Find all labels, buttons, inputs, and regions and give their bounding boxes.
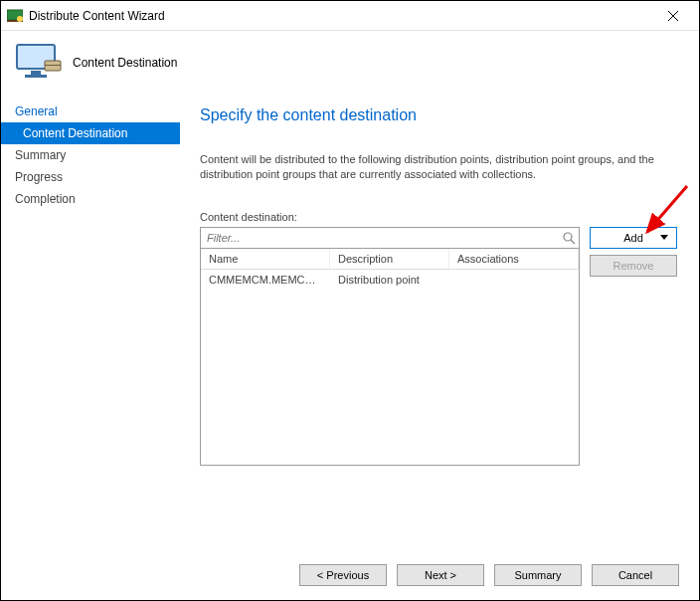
wizard-step-title: Content Destination: [73, 56, 177, 70]
wizard-sidebar: General Content Destination Summary Prog…: [1, 95, 180, 550]
wizard-footer: < Previous Next > Summary Cancel: [1, 550, 699, 600]
svg-rect-6: [31, 71, 41, 75]
grid-header: Name Description Associations: [201, 249, 579, 270]
section-description: Content will be distributed to the follo…: [200, 152, 677, 183]
sidebar-item-completion[interactable]: Completion: [1, 188, 180, 210]
wizard-header: Content Destination: [1, 31, 699, 95]
chevron-down-icon: [660, 235, 668, 240]
grid-row[interactable]: CMMEMCM.MEMCM.C... Distribution point: [201, 270, 579, 290]
summary-button[interactable]: Summary: [494, 564, 582, 586]
column-description[interactable]: Description: [330, 249, 449, 269]
cell-associations: [449, 272, 579, 288]
remove-button: Remove: [590, 255, 677, 277]
previous-button[interactable]: < Previous: [299, 564, 387, 586]
next-button[interactable]: Next >: [397, 564, 484, 586]
monitor-icon: [15, 43, 63, 83]
remove-button-label: Remove: [613, 260, 654, 272]
titlebar: Distribute Content Wizard: [1, 1, 699, 31]
close-icon: [668, 11, 678, 21]
section-heading: Specify the content destination: [200, 106, 677, 124]
sidebar-item-summary[interactable]: Summary: [1, 144, 180, 166]
svg-point-10: [564, 233, 572, 241]
wizard-main: Specify the content destination Content …: [180, 95, 699, 550]
svg-rect-9: [45, 65, 61, 66]
content-destination-label: Content destination:: [200, 211, 677, 223]
svg-rect-7: [25, 75, 47, 78]
wizard-window: Distribute Content Wizard Content Destin…: [0, 0, 700, 601]
destination-grid[interactable]: Name Description Associations CMMEMCM.ME…: [200, 249, 580, 466]
svg-line-11: [571, 240, 575, 244]
column-name[interactable]: Name: [201, 249, 330, 269]
svg-line-12: [647, 186, 687, 232]
add-button-label: Add: [623, 232, 643, 244]
window-title: Distribute Content Wizard: [29, 9, 653, 23]
svg-point-2: [17, 16, 23, 22]
close-button[interactable]: [653, 2, 693, 30]
sidebar-item-content-destination[interactable]: Content Destination: [1, 122, 180, 144]
column-associations[interactable]: Associations: [449, 249, 579, 269]
sidebar-item-general[interactable]: General: [1, 100, 180, 122]
sidebar-item-progress[interactable]: Progress: [1, 166, 180, 188]
cell-description: Distribution point: [330, 272, 449, 288]
filter-box: [200, 227, 580, 249]
filter-input[interactable]: [201, 228, 559, 248]
cancel-button[interactable]: Cancel: [592, 564, 679, 586]
cell-name: CMMEMCM.MEMCM.C...: [201, 272, 330, 288]
app-icon: [7, 8, 23, 24]
add-button[interactable]: Add: [590, 227, 677, 249]
search-icon[interactable]: [559, 231, 579, 245]
